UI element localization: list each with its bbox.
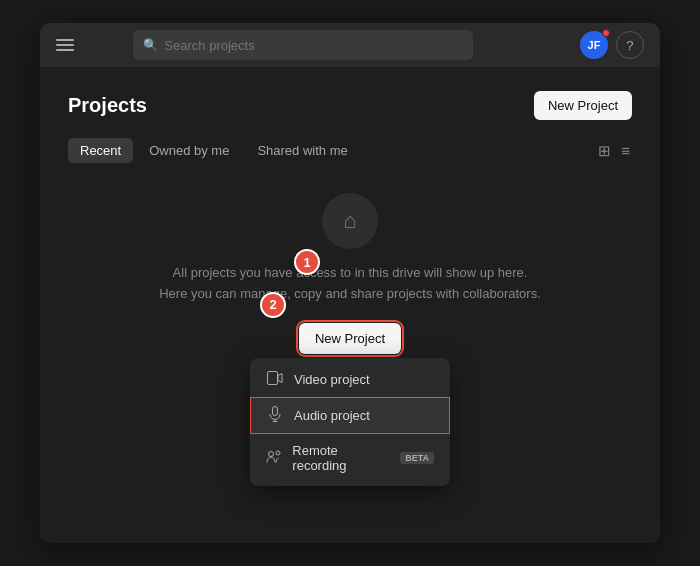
beta-badge: BETA <box>400 452 434 464</box>
video-project-icon <box>266 371 284 388</box>
tab-owned-by-me[interactable]: Owned by me <box>137 138 241 163</box>
remote-recording-icon <box>266 449 282 466</box>
dropdown-item-remote[interactable]: Remote recording BETA <box>250 434 450 482</box>
app-window: 🔍 JF ? Projects New Project Recent Owned… <box>40 23 660 543</box>
svg-rect-0 <box>267 371 277 384</box>
titlebar-right: JF ? <box>580 31 644 59</box>
dropdown-item-audio[interactable]: Audio project <box>250 397 450 434</box>
grid-view-button[interactable]: ⊞ <box>596 140 613 162</box>
search-input[interactable] <box>164 38 463 53</box>
main-content: Projects New Project Recent Owned by me … <box>40 67 660 543</box>
tabs-row: Recent Owned by me Shared with me ⊞ ≡ <box>68 138 632 163</box>
search-icon: 🔍 <box>143 38 158 52</box>
page-title: Projects <box>68 94 147 117</box>
step-2-badge: 2 <box>260 292 286 318</box>
svg-point-5 <box>276 451 280 455</box>
tab-recent[interactable]: Recent <box>68 138 133 163</box>
avatar-notification-dot <box>602 29 610 37</box>
dropdown-menu: Video project Audio project <box>250 358 450 486</box>
step-1-badge: 1 <box>294 249 320 275</box>
new-project-header-button[interactable]: New Project <box>534 91 632 120</box>
audio-project-icon <box>266 406 284 425</box>
view-toggle: ⊞ ≡ <box>596 140 632 162</box>
video-project-label: Video project <box>294 372 370 387</box>
page-header: Projects New Project <box>68 91 632 120</box>
avatar-initials: JF <box>588 39 601 51</box>
tabs-container: Recent Owned by me Shared with me <box>68 138 360 163</box>
menu-icon[interactable] <box>56 39 74 51</box>
help-button[interactable]: ? <box>616 31 644 59</box>
svg-rect-1 <box>272 406 277 415</box>
dropdown-item-video[interactable]: Video project <box>250 362 450 397</box>
new-project-center-button[interactable]: New Project <box>299 323 401 354</box>
search-bar[interactable]: 🔍 <box>133 30 473 60</box>
empty-state: ⌂ All projects you have access to in thi… <box>68 193 632 354</box>
remote-recording-label: Remote recording <box>292 443 386 473</box>
list-view-button[interactable]: ≡ <box>619 140 632 162</box>
avatar[interactable]: JF <box>580 31 608 59</box>
dropdown-container: New Project Video project <box>299 323 401 354</box>
home-icon: ⌂ <box>322 193 378 249</box>
empty-description: All projects you have access to in this … <box>159 263 541 305</box>
svg-point-4 <box>269 452 274 457</box>
audio-project-label: Audio project <box>294 408 370 423</box>
titlebar: 🔍 JF ? <box>40 23 660 67</box>
tab-shared-with-me[interactable]: Shared with me <box>245 138 359 163</box>
